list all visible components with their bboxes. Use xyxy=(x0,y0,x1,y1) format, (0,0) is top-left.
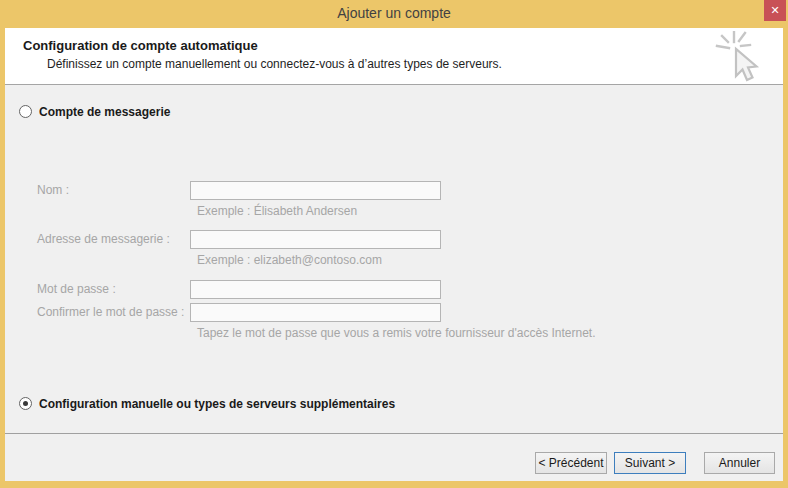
confirm-password-input[interactable] xyxy=(190,303,441,322)
close-icon: ✕ xyxy=(770,4,779,16)
password-note: Tapez le mot de passe que vous a remis v… xyxy=(197,326,596,340)
name-input[interactable] xyxy=(190,181,441,200)
page-subtitle: Définissez un compte manuellement ou con… xyxy=(47,57,502,71)
window-title: Ajouter un compte xyxy=(337,5,451,21)
next-button[interactable]: Suivant > xyxy=(614,452,686,474)
wizard-footer: < Précédent Suivant > Annuler xyxy=(5,434,783,481)
cancel-button[interactable]: Annuler xyxy=(704,452,775,474)
add-account-dialog: Ajouter un compte ✕ Configuration de com… xyxy=(0,0,788,488)
page-title: Configuration de compte automatique xyxy=(23,38,258,53)
previous-button[interactable]: < Précédent xyxy=(535,452,607,474)
email-label: Adresse de messagerie : xyxy=(37,230,187,249)
radio-email-circle[interactable] xyxy=(19,105,32,118)
radio-manual[interactable]: Configuration manuelle ou types de serve… xyxy=(19,396,395,411)
titlebar: Ajouter un compte xyxy=(0,0,788,28)
wizard-header: Configuration de compte automatique Défi… xyxy=(5,28,783,85)
email-input[interactable] xyxy=(190,230,441,249)
password-input[interactable] xyxy=(190,280,441,299)
close-button[interactable]: ✕ xyxy=(764,0,786,21)
email-example: Exemple : elizabeth@contoso.com xyxy=(197,253,382,267)
password-label: Mot de passe : xyxy=(37,280,187,299)
cursor-click-icon xyxy=(709,31,767,83)
wizard-body: Compte de messagerie Nom : Exemple : Éli… xyxy=(5,85,783,433)
name-label: Nom : xyxy=(37,181,187,200)
radio-email-label: Compte de messagerie xyxy=(39,105,170,119)
name-example: Exemple : Élisabeth Andersen xyxy=(197,204,357,218)
radio-email[interactable]: Compte de messagerie xyxy=(19,104,170,119)
radio-manual-circle[interactable] xyxy=(19,397,32,410)
confirm-password-label: Confirmer le mot de passe : xyxy=(37,303,187,322)
radio-manual-label: Configuration manuelle ou types de serve… xyxy=(39,397,395,411)
